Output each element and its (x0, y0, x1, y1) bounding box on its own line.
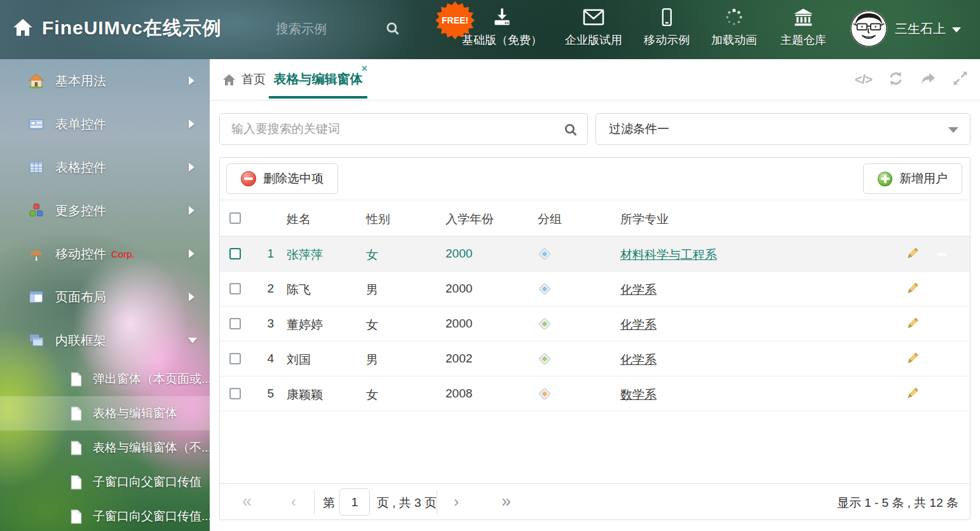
major-link[interactable]: 化学系 (620, 318, 657, 331)
plus-circle-icon (878, 172, 892, 186)
column-header-major: 所学专业 (620, 211, 669, 228)
edit-pencil-icon[interactable] (905, 387, 919, 404)
cell-name: 陈飞 (287, 282, 311, 298)
row-checkbox[interactable] (229, 388, 241, 399)
source-code-icon[interactable]: </> (855, 72, 872, 87)
major-link[interactable]: 材料科学与工程系 (620, 248, 717, 261)
cell-year: 2008 (446, 387, 472, 401)
sidebar-item-label: 表格控件 (55, 159, 106, 176)
sidebar-subitem-child-to-parent[interactable]: 子窗口向父窗口传值 (0, 465, 210, 499)
major-link[interactable]: 数学系 (620, 388, 657, 401)
row-checkbox[interactable] (229, 318, 241, 329)
filter-dropdown[interactable]: 过滤条件一 (595, 113, 970, 145)
row-number: 4 (252, 352, 274, 366)
app-window: FineUIMvc在线示例 FREE! 基础版（免费） 企业版试用 (0, 0, 980, 531)
sidebar-item-form-controls[interactable]: 表单控件 (0, 102, 210, 146)
column-header-group: 分组 (538, 211, 562, 228)
tag-icon (538, 317, 552, 334)
delete-selected-button[interactable]: 删除选中项 (226, 163, 338, 194)
add-user-button[interactable]: 新增用户 (863, 163, 962, 194)
row-number: 5 (252, 387, 274, 401)
cell-gender: 女 (366, 317, 378, 333)
cell-name: 董婷婷 (287, 317, 323, 333)
column-header-name: 姓名 (287, 211, 311, 228)
file-icon (70, 441, 83, 455)
cell-year: 2002 (446, 352, 472, 366)
sidebar-subitem-child-to-parent-2[interactable]: 子窗口向父窗口传值... (0, 499, 210, 531)
sidebar-subitem-label: 表格与编辑窗体 (93, 405, 177, 422)
cell-gender: 男 (366, 282, 378, 298)
sidebar-subitem-grid-edit-window[interactable]: 表格与编辑窗体 (0, 396, 210, 431)
nav-theme-store[interactable]: 主题仓库 (752, 8, 854, 48)
sidebar-item-iframe[interactable]: 内联框架 (0, 319, 210, 362)
chevron-down-icon (952, 27, 961, 32)
app-title: FineUIMvc在线示例 (42, 15, 222, 41)
sidebar-item-label: 基本用法 (55, 72, 106, 90)
sidebar-item-label: 移动控件 (55, 245, 106, 263)
avatar[interactable] (850, 10, 887, 47)
share-icon[interactable] (920, 70, 937, 90)
sidebar-item-basic-usage[interactable]: 基本用法 (0, 59, 210, 102)
page-suffix: 页 , 共 3 页 (377, 495, 437, 511)
file-icon (70, 372, 83, 387)
row-checkbox[interactable] (229, 353, 241, 364)
first-page-button[interactable]: « (242, 492, 252, 511)
home-icon[interactable] (13, 18, 33, 39)
edit-pencil-icon[interactable] (905, 282, 919, 299)
major-link[interactable]: 化学系 (620, 283, 657, 296)
sidebar-item-page-layout[interactable]: 页面布局 (0, 275, 210, 319)
refresh-icon[interactable] (887, 70, 904, 90)
edit-pencil-icon[interactable] (905, 317, 919, 334)
close-icon[interactable]: × (362, 64, 367, 74)
row-number: 2 (252, 282, 274, 296)
sidebar-item-grid-controls[interactable]: 表格控件 (0, 146, 210, 189)
home-icon (222, 74, 236, 86)
house-icon (28, 73, 44, 88)
keyword-search (219, 113, 588, 145)
keyword-search-input[interactable] (220, 114, 587, 144)
next-page-button[interactable]: › (454, 493, 459, 511)
sidebar-item-more-controls[interactable]: 更多控件 (0, 189, 210, 232)
tag-icon (538, 352, 552, 369)
sidebar-subitem-label: 表格与编辑窗体（不... (93, 439, 212, 456)
tab-grid-edit-window[interactable]: 表格与编辑窗体 × (269, 59, 367, 100)
cell-year: 2000 (446, 247, 472, 261)
sidebar-subitem-grid-edit-window-2[interactable]: 表格与编辑窗体（不... (0, 431, 210, 465)
select-all-checkbox[interactable] (229, 212, 241, 224)
table-header: 姓名 性别 入学年份 分组 所学专业 (220, 200, 970, 237)
sidebar-item-label: 页面布局 (55, 289, 106, 306)
user-menu[interactable]: 三生石上 (895, 20, 961, 38)
filter-dropdown-value: 过滤条件一 (596, 114, 970, 144)
chevron-right-icon (189, 163, 194, 172)
search-icon[interactable] (385, 20, 401, 39)
major-link[interactable]: 化学系 (620, 353, 657, 366)
sidebar-item-mobile-controls[interactable]: 移动控件 Corp. (0, 232, 210, 275)
prev-page-button[interactable]: ‹ (291, 493, 296, 511)
nav-basic-edition[interactable]: 基础版（免费） (451, 8, 553, 48)
envelope-icon (582, 18, 605, 29)
edit-pencil-icon[interactable] (905, 247, 919, 264)
sidebar-subitem-popup-window[interactable]: 弹出窗体（本页面或... (0, 362, 210, 396)
grid-toolbar: 删除选中项 新增用户 (220, 158, 970, 200)
row-checkbox[interactable] (229, 248, 241, 259)
download-icon (491, 18, 513, 29)
tab-home[interactable]: 首页 (222, 59, 266, 100)
layout-icon (28, 289, 44, 305)
frames-icon (28, 333, 44, 348)
expand-icon[interactable] (952, 70, 969, 89)
nav-label: 主题仓库 (752, 32, 854, 48)
last-page-button[interactable]: » (501, 492, 511, 511)
header-search-input[interactable] (272, 14, 402, 43)
active-tab-underline (269, 96, 367, 99)
cell-year: 2000 (446, 317, 472, 331)
page-number-input[interactable] (339, 488, 370, 516)
mobile-icon (658, 18, 675, 29)
search-icon[interactable] (563, 122, 578, 140)
record-count-summary: 显示 1 - 5 条 , 共 12 条 (837, 495, 958, 511)
edit-pencil-icon[interactable] (905, 352, 919, 369)
row-checkbox[interactable] (229, 283, 241, 294)
chevron-down-icon (188, 338, 197, 343)
row-number: 1 (252, 247, 274, 261)
sidebar: 基本用法 表单控件 表格控件 更多控件 (0, 59, 210, 531)
tab-bar: 首页 表格与编辑窗体 × </> (210, 59, 980, 100)
